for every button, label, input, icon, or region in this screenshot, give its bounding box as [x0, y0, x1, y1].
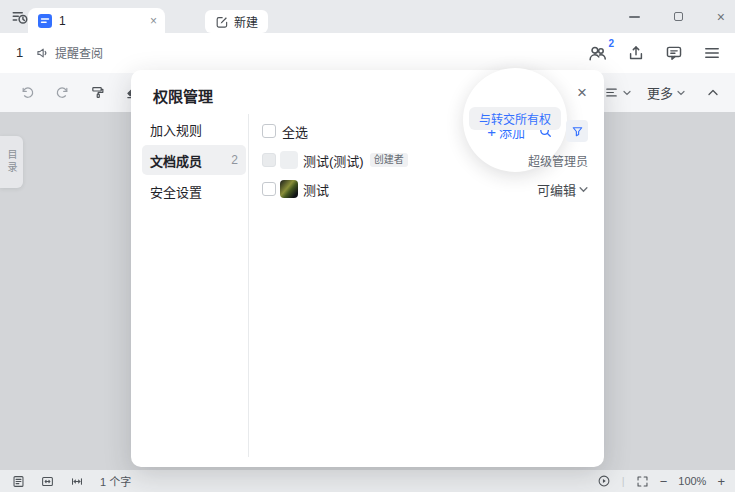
more-label: 更多 [647, 83, 673, 102]
zoom-in-button[interactable]: + [717, 474, 725, 489]
window-close-icon[interactable]: × [717, 10, 725, 24]
collaborators-button[interactable]: 2 [588, 44, 607, 63]
dialog-divider [248, 114, 249, 457]
member-permission: 超级管理员 [528, 152, 588, 169]
caret-down-icon [677, 90, 685, 96]
redo-icon[interactable] [55, 85, 70, 100]
collaborator-count-badge: 2 [608, 38, 614, 49]
member-name: 测试 [303, 180, 329, 199]
fullscreen-icon[interactable] [636, 475, 649, 488]
sidebar-item-label: 安全设置 [150, 182, 202, 201]
minimize-icon[interactable] [629, 16, 640, 18]
select-all-label: 全选 [282, 122, 308, 141]
menu-icon[interactable] [703, 44, 721, 62]
header-actions: 2 [588, 33, 721, 73]
new-document-label: 新建 [234, 13, 258, 30]
avatar [280, 180, 298, 198]
filter-funnel-icon [571, 125, 584, 138]
outline-view-icon[interactable] [12, 475, 25, 488]
page-mode-icon[interactable] [41, 475, 54, 488]
collapse-toolbar-icon[interactable] [707, 88, 719, 97]
comment-icon[interactable] [665, 44, 683, 62]
sidebar-item-label: 文档成员 [150, 151, 202, 170]
select-all-checkbox[interactable] [262, 124, 276, 138]
member-row[interactable]: 测试 可编辑 [262, 174, 588, 204]
sidebar-item-join-rules[interactable]: 加入规则 [142, 114, 246, 144]
status-bar-left: 1 个字 [12, 473, 131, 489]
outline-toc-tab[interactable]: 目录 [0, 136, 23, 188]
sidebar-item-document-members[interactable]: 文档成员 2 [142, 145, 246, 175]
caret-down-icon [623, 90, 631, 96]
status-bar: 1 个字 | − 100% + [0, 470, 735, 492]
more-dropdown[interactable]: 更多 [647, 83, 685, 102]
sidebar-item-label: 加入规则 [150, 120, 202, 139]
zoom-out-button[interactable]: − [660, 474, 668, 489]
list-options-icon [604, 85, 619, 100]
tab-title: 1 [59, 14, 144, 28]
fit-width-icon[interactable] [70, 475, 84, 488]
history-list-icon[interactable] [11, 8, 29, 26]
member-count: 2 [231, 153, 238, 167]
member-row[interactable]: 测试(测试) 创建者 超级管理员 [262, 145, 588, 175]
tab-close-icon[interactable]: × [150, 15, 157, 27]
remind-review-button[interactable]: 提醒查阅 [36, 44, 103, 61]
remind-review-label: 提醒查阅 [55, 44, 103, 61]
compose-icon [215, 15, 229, 29]
member-checkbox-disabled [262, 153, 276, 167]
outline-toc-label: 目录 [4, 149, 19, 175]
spotlight-tooltip[interactable]: 与转交所有权 [469, 107, 561, 130]
member-name: 测试(测试) [303, 151, 364, 170]
maximize-icon[interactable] [674, 12, 683, 21]
caret-down-icon [579, 186, 588, 193]
window-controls: × [629, 0, 725, 33]
dialog-title: 权限管理 [153, 85, 213, 106]
creator-badge: 创建者 [370, 153, 408, 167]
undo-icon[interactable] [20, 85, 35, 100]
new-document-button[interactable]: 新建 [205, 10, 268, 33]
document-icon [37, 13, 53, 29]
permission-management-dialog: 权限管理 × 加入规则 文档成员 2 安全设置 全选 [131, 70, 604, 467]
text-style-dropdown[interactable] [604, 85, 631, 100]
tab-bar: 1 × 新建 × [0, 0, 735, 33]
status-bar-right: | − 100% + [597, 474, 725, 489]
toolbar-right: 更多 [604, 73, 719, 112]
toolbar-left [20, 73, 140, 112]
filter-members-button[interactable] [566, 120, 588, 142]
member-permission-dropdown[interactable]: 可编辑 [537, 180, 588, 199]
present-play-icon[interactable] [597, 474, 611, 488]
word-count: 1 个字 [100, 473, 131, 489]
dialog-close-icon[interactable]: × [575, 82, 589, 103]
sidebar-item-security-settings[interactable]: 安全设置 [142, 176, 246, 206]
heading-number: 1 [16, 45, 23, 60]
dialog-sidebar: 加入规则 文档成员 2 安全设置 [142, 114, 246, 207]
member-checkbox[interactable] [262, 182, 276, 196]
document-tab[interactable]: 1 × [28, 8, 165, 33]
document-header: 1 提醒查阅 2 [0, 33, 735, 73]
megaphone-icon [36, 46, 50, 60]
status-divider: | [622, 475, 625, 487]
share-icon[interactable] [627, 44, 645, 62]
zoom-level: 100% [678, 475, 706, 487]
avatar [280, 151, 298, 169]
format-painter-icon[interactable] [90, 85, 105, 100]
app-window: 1 × 新建 × 1 提醒查阅 [0, 0, 735, 492]
